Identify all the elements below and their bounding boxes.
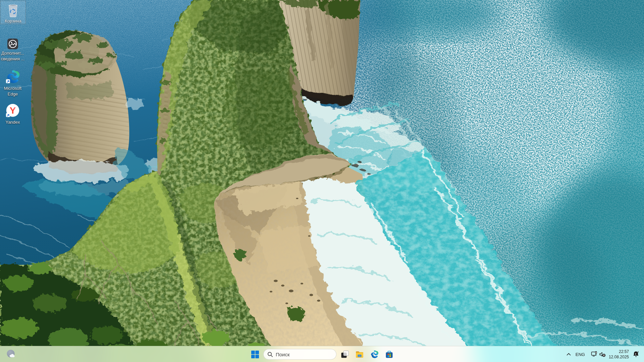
svg-text:Y: Y	[10, 105, 16, 116]
svg-text:z: z	[635, 352, 636, 355]
svg-text:z: z	[638, 351, 639, 353]
